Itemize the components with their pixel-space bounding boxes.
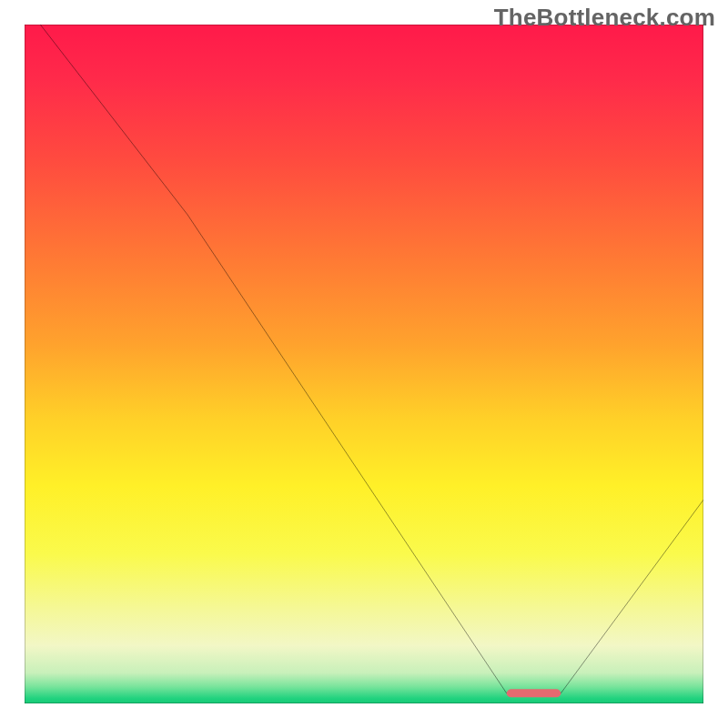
optimal-range-marker bbox=[507, 689, 561, 697]
chart-root: TheBottleneck.com bbox=[0, 0, 728, 728]
watermark-text: TheBottleneck.com bbox=[494, 4, 715, 32]
gradient-background bbox=[25, 25, 703, 703]
plot-svg bbox=[25, 25, 703, 703]
plot-area bbox=[25, 25, 703, 703]
